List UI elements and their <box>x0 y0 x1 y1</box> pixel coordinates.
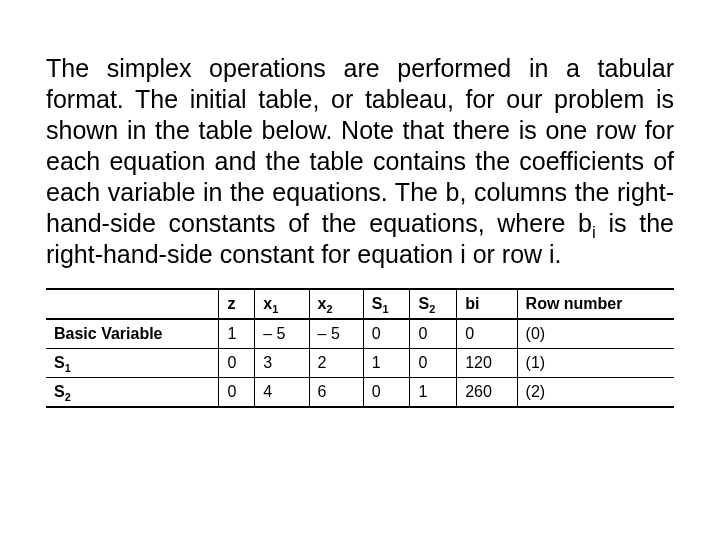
cell-x1: 3 <box>255 349 309 378</box>
cell-row-number: (0) <box>517 319 674 349</box>
intro-paragraph: The simplex operations are performed in … <box>46 53 674 270</box>
cell-basic-base: S <box>54 354 65 371</box>
cell-x1: 4 <box>255 378 309 408</box>
cell-basic-variable: Basic Variable <box>46 319 219 349</box>
cell-basic-variable: S2 <box>46 378 219 408</box>
cell-basic-variable: S1 <box>46 349 219 378</box>
col-row-number: Row number <box>517 289 674 319</box>
table-row: S1 0 3 2 1 0 120 (1) <box>46 349 674 378</box>
col-x1: x1 <box>255 289 309 319</box>
simplex-tableau: z x1 x2 S1 S2 bi Row number Basic Variab… <box>46 288 674 408</box>
col-x1-sub: 1 <box>272 303 278 315</box>
cell-row-number: (2) <box>517 378 674 408</box>
col-s2-base: S <box>418 295 429 312</box>
col-x2-sub: 2 <box>326 303 332 315</box>
cell-s2: 0 <box>410 319 457 349</box>
cell-x2: 2 <box>309 349 363 378</box>
col-x2: x2 <box>309 289 363 319</box>
cell-s2: 1 <box>410 378 457 408</box>
col-s1-sub: 1 <box>382 303 388 315</box>
header-row: z x1 x2 S1 S2 bi Row number <box>46 289 674 319</box>
cell-basic-sub: 2 <box>65 391 71 403</box>
cell-x2: – 5 <box>309 319 363 349</box>
cell-s1: 0 <box>363 319 410 349</box>
col-x1-base: x <box>263 295 272 312</box>
cell-basic-sub: 1 <box>65 362 71 374</box>
cell-s1: 1 <box>363 349 410 378</box>
page: The simplex operations are performed in … <box>0 0 720 408</box>
table-row: Basic Variable 1 – 5 – 5 0 0 0 (0) <box>46 319 674 349</box>
col-s1-base: S <box>372 295 383 312</box>
col-z: z <box>219 289 255 319</box>
col-s2: S2 <box>410 289 457 319</box>
col-s2-sub: 2 <box>429 303 435 315</box>
cell-s2: 0 <box>410 349 457 378</box>
cell-z: 0 <box>219 378 255 408</box>
cell-z: 1 <box>219 319 255 349</box>
cell-x2: 6 <box>309 378 363 408</box>
cell-x1: – 5 <box>255 319 309 349</box>
table-row: S2 0 4 6 0 1 260 (2) <box>46 378 674 408</box>
para-text-a: The simplex operations are performed in … <box>46 54 674 237</box>
cell-z: 0 <box>219 349 255 378</box>
col-bi: bi <box>457 289 517 319</box>
cell-s1: 0 <box>363 378 410 408</box>
col-s1: S1 <box>363 289 410 319</box>
cell-bi: 260 <box>457 378 517 408</box>
cell-row-number: (1) <box>517 349 674 378</box>
col-basic-variable <box>46 289 219 319</box>
cell-bi: 0 <box>457 319 517 349</box>
cell-bi: 120 <box>457 349 517 378</box>
cell-basic-base: S <box>54 383 65 400</box>
